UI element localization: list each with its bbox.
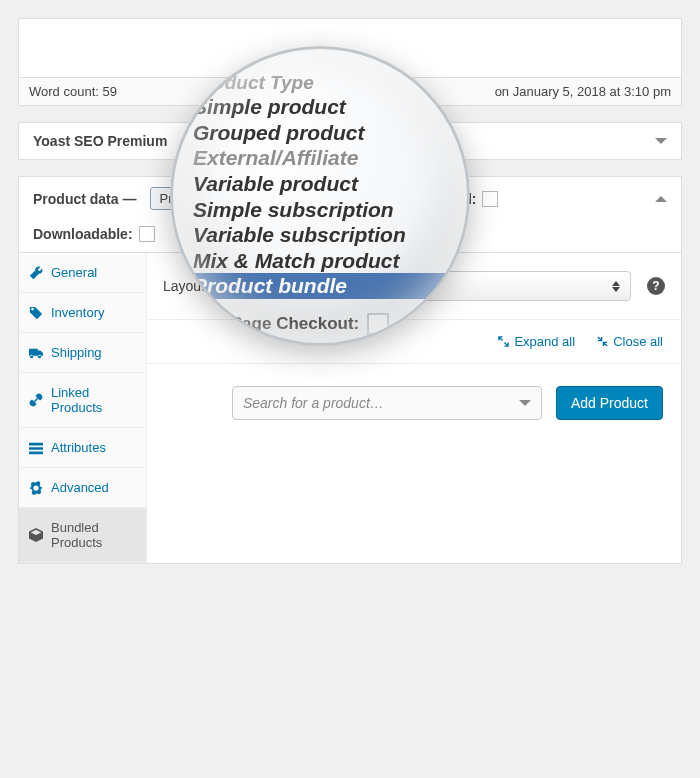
product-data-tabs: General Inventory Shipping Linked Produc… xyxy=(19,253,147,563)
tab-general[interactable]: General xyxy=(19,253,146,293)
product-data-title: Product data — xyxy=(33,191,136,207)
select-arrows-icon xyxy=(612,281,620,292)
tab-advanced[interactable]: Advanced xyxy=(19,468,146,508)
tab-linked-products[interactable]: Linked Products xyxy=(19,373,146,428)
product-type-option[interactable]: Grouped product xyxy=(193,120,447,146)
product-type-option[interactable]: Mix & Match product xyxy=(193,248,447,274)
product-search-combobox[interactable]: Search for a product… xyxy=(232,386,542,420)
product-type-option[interactable]: Simple product xyxy=(193,94,447,120)
tag-icon xyxy=(29,306,43,320)
tab-shipping[interactable]: Shipping xyxy=(19,333,146,373)
tab-attributes[interactable]: Attributes xyxy=(19,428,146,468)
last-edit-time: on January 5, 2018 at 3:10 pm xyxy=(495,84,671,99)
word-count: Word count: 59 xyxy=(29,84,117,99)
help-icon[interactable]: ? xyxy=(647,277,665,295)
list-icon xyxy=(29,441,43,455)
wrench-icon xyxy=(29,266,43,280)
tab-inventory[interactable]: Inventory xyxy=(19,293,146,333)
product-type-option[interactable]: Variable product xyxy=(193,171,447,197)
link-icon xyxy=(29,393,43,407)
chevron-up-icon[interactable] xyxy=(655,196,667,202)
collapse-icon xyxy=(597,336,608,347)
expand-all-link[interactable]: Expand all xyxy=(498,334,575,349)
box-icon xyxy=(29,528,43,542)
add-product-button[interactable]: Add Product xyxy=(556,386,663,420)
product-type-option[interactable]: Variable subscription xyxy=(193,222,447,248)
magnifier-overlay: Product Type Simple product Grouped prod… xyxy=(170,46,470,346)
tab-bundled-products[interactable]: Bundled Products xyxy=(19,508,146,563)
yoast-panel-title: Yoast SEO Premium xyxy=(33,133,167,149)
downloadable-checkbox[interactable] xyxy=(139,226,155,242)
close-all-link[interactable]: Close all xyxy=(597,334,663,349)
gear-icon xyxy=(29,481,43,495)
chevron-down-icon xyxy=(655,138,667,144)
search-placeholder: Search for a product… xyxy=(243,395,384,411)
product-type-option-selected[interactable]: Product bundle xyxy=(173,273,467,299)
expand-icon xyxy=(498,336,509,347)
downloadable-label: Downloadable: xyxy=(33,226,133,242)
product-type-option[interactable]: Simple subscription xyxy=(193,197,447,223)
truck-icon xyxy=(29,346,43,360)
chevron-down-icon xyxy=(519,400,531,406)
virtual-checkbox[interactable] xyxy=(482,191,498,207)
product-type-option[interactable]: External/Affiliate xyxy=(193,145,447,171)
product-type-heading: Product Type xyxy=(193,71,447,94)
